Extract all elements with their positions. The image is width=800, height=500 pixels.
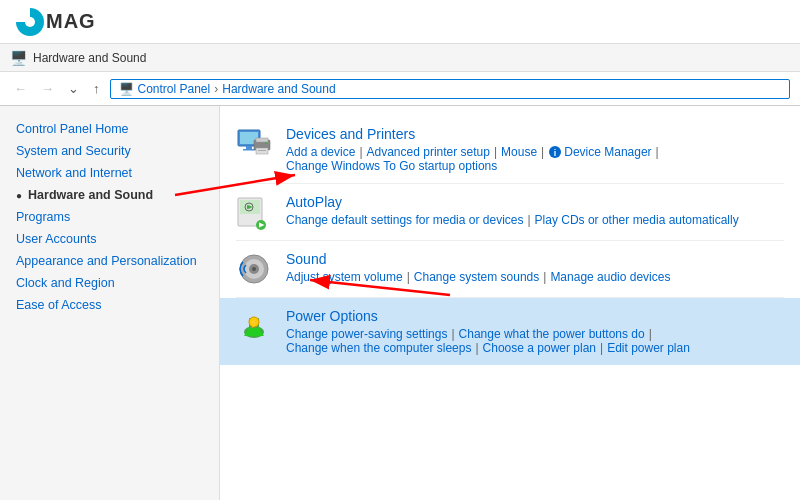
section-sound: Sound Adjust system volume | Change syst… — [236, 241, 784, 298]
windows-to-go-link[interactable]: Change Windows To Go startup options — [286, 159, 497, 173]
main-area: Control Panel Home System and Security N… — [0, 106, 800, 500]
content-area: Devices and Printers Add a device | Adva… — [220, 106, 800, 500]
path-hardware-sound[interactable]: Hardware and Sound — [222, 82, 335, 96]
mouse-link[interactable]: Mouse — [501, 145, 537, 159]
edit-plan-link[interactable]: Edit power plan — [607, 341, 690, 355]
devices-body: Devices and Printers Add a device | Adva… — [286, 126, 784, 173]
sidebar-item-appearance[interactable]: Appearance and Personalization — [0, 250, 219, 272]
sep6: | — [407, 270, 410, 284]
devices-links: Add a device | Advanced printer setup | … — [286, 145, 784, 173]
sidebar-item-system-security[interactable]: System and Security — [0, 140, 219, 162]
svg-rect-2 — [246, 146, 252, 149]
sidebar-item-programs[interactable]: Programs — [0, 206, 219, 228]
address-bar: ← → ⌄ ↑ 🖥️ Control Panel › Hardware and … — [0, 72, 800, 106]
sidebar-label-ease-access: Ease of Access — [16, 298, 101, 312]
up-button[interactable]: ↑ — [89, 79, 104, 98]
sound-body: Sound Adjust system volume | Change syst… — [286, 251, 784, 284]
sidebar-label-hardware-sound: Hardware and Sound — [28, 188, 153, 202]
address-path[interactable]: 🖥️ Control Panel › Hardware and Sound — [110, 79, 791, 99]
sound-title[interactable]: Sound — [286, 251, 784, 267]
recent-button[interactable]: ⌄ — [64, 79, 83, 98]
path-separator-1: › — [214, 82, 218, 96]
sep9: | — [649, 327, 652, 341]
active-bullet: ● — [16, 190, 22, 201]
power-links: Change power-saving settings | Change wh… — [286, 327, 784, 355]
title-bar: 🖥️ Hardware and Sound — [0, 44, 800, 72]
sidebar-label-clock-region: Clock and Region — [16, 276, 115, 290]
logo-bar: MAG — [0, 0, 800, 44]
sep10: | — [475, 341, 478, 355]
sidebar-item-network-internet[interactable]: Network and Internet — [0, 162, 219, 184]
devices-icon — [236, 126, 272, 162]
path-icon: 🖥️ — [119, 82, 134, 96]
sidebar-item-hardware-sound[interactable]: ● Hardware and Sound — [0, 184, 219, 206]
sep8: | — [451, 327, 454, 341]
svg-rect-5 — [256, 138, 268, 142]
sidebar-label-control-panel-home: Control Panel Home — [16, 122, 129, 136]
autoplay-body: AutoPlay Change default settings for med… — [286, 194, 784, 227]
power-plan-link[interactable]: Choose a power plan — [483, 341, 596, 355]
sidebar: Control Panel Home System and Security N… — [0, 106, 220, 500]
sep7: | — [543, 270, 546, 284]
logo-icon — [16, 8, 44, 36]
svg-point-21 — [252, 267, 256, 271]
section-devices: Devices and Printers Add a device | Adva… — [236, 116, 784, 184]
window-title: Hardware and Sound — [33, 51, 146, 65]
back-button[interactable]: ← — [10, 79, 31, 98]
power-saving-link[interactable]: Change power-saving settings — [286, 327, 447, 341]
sidebar-label-system-security: System and Security — [16, 144, 131, 158]
power-title[interactable]: Power Options — [286, 308, 784, 324]
window-icon: 🖥️ — [10, 50, 27, 66]
sep5: | — [527, 213, 530, 227]
logo-text: MAG — [46, 10, 96, 33]
autoplay-links: Change default settings for media or dev… — [286, 213, 784, 227]
sound-icon — [236, 251, 272, 287]
power-icon: ⚡ — [236, 308, 272, 344]
svg-rect-7 — [258, 150, 266, 151]
sep2: | — [494, 145, 497, 159]
power-body: Power Options Change power-saving settin… — [286, 308, 784, 355]
sep11: | — [600, 341, 603, 355]
sidebar-label-user-accounts: User Accounts — [16, 232, 97, 246]
system-sounds-link[interactable]: Change system sounds — [414, 270, 539, 284]
sep4: | — [656, 145, 659, 159]
audio-devices-link[interactable]: Manage audio devices — [550, 270, 670, 284]
power-buttons-link[interactable]: Change what the power buttons do — [459, 327, 645, 341]
sleep-link[interactable]: Change when the computer sleeps — [286, 341, 471, 355]
sidebar-item-ease-access[interactable]: Ease of Access — [0, 294, 219, 316]
sidebar-item-control-panel-home[interactable]: Control Panel Home — [0, 118, 219, 140]
sidebar-label-appearance: Appearance and Personalization — [16, 254, 197, 268]
device-manager-icon: i — [548, 145, 562, 159]
default-settings-link[interactable]: Change default settings for media or dev… — [286, 213, 523, 227]
svg-rect-3 — [243, 149, 255, 151]
sidebar-label-programs: Programs — [16, 210, 70, 224]
svg-point-8 — [265, 142, 267, 144]
advanced-printer-link[interactable]: Advanced printer setup — [367, 145, 490, 159]
svg-text:i: i — [554, 148, 557, 158]
devices-title[interactable]: Devices and Printers — [286, 126, 784, 142]
add-device-link[interactable]: Add a device — [286, 145, 355, 159]
section-autoplay: AutoPlay Change default settings for med… — [236, 184, 784, 241]
forward-button[interactable]: → — [37, 79, 58, 98]
sep1: | — [359, 145, 362, 159]
sound-links: Adjust system volume | Change system sou… — [286, 270, 784, 284]
sep3: | — [541, 145, 544, 159]
play-cds-link[interactable]: Play CDs or other media automatically — [535, 213, 739, 227]
sidebar-item-user-accounts[interactable]: User Accounts — [0, 228, 219, 250]
sidebar-item-clock-region[interactable]: Clock and Region — [0, 272, 219, 294]
path-control-panel[interactable]: Control Panel — [138, 82, 211, 96]
svg-text:⚡: ⚡ — [249, 317, 261, 329]
adjust-volume-link[interactable]: Adjust system volume — [286, 270, 403, 284]
autoplay-title[interactable]: AutoPlay — [286, 194, 784, 210]
autoplay-icon — [236, 194, 272, 230]
sidebar-label-network-internet: Network and Internet — [16, 166, 132, 180]
device-manager-link[interactable]: Device Manager — [564, 145, 651, 159]
section-power: ⚡ Power Options Change power-saving sett… — [220, 298, 800, 365]
